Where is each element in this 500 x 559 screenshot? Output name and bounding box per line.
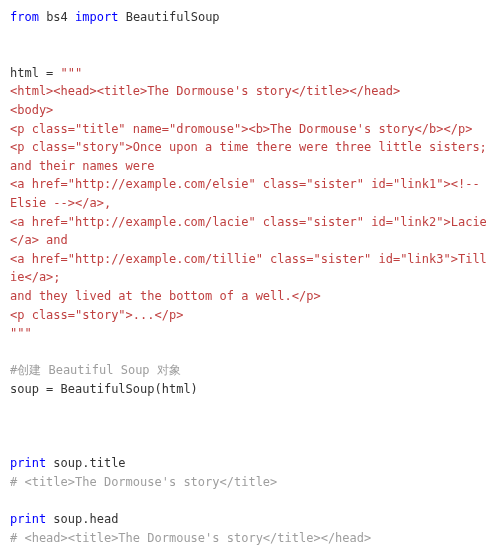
var-html: html = bbox=[10, 66, 61, 80]
class-name: BeautifulSoup bbox=[126, 10, 220, 24]
module-bs4: bs4 bbox=[46, 10, 68, 24]
comment-output: # <title>The Dormouse's story</title> bbox=[10, 475, 277, 489]
str-line: <a href="http://example.com/tillie" clas… bbox=[10, 252, 487, 285]
str-open: """ bbox=[61, 66, 83, 80]
assign-soup: soup = BeautifulSoup(html) bbox=[10, 382, 198, 396]
comment-output: # <head><title>The Dormouse's story</tit… bbox=[10, 531, 371, 545]
expr: soup.title bbox=[46, 456, 125, 470]
str-line: <a href="http://example.com/elsie" class… bbox=[10, 177, 487, 210]
str-line: <a href="http://example.com/lacie" class… bbox=[10, 215, 487, 248]
keyword-from: from bbox=[10, 10, 39, 24]
expr: soup.head bbox=[46, 512, 118, 526]
str-line: <p class="story">Once upon a time there … bbox=[10, 140, 494, 173]
keyword-print: print bbox=[10, 512, 46, 526]
str-line: and they lived at the bottom of a well.<… bbox=[10, 289, 321, 303]
str-line: <html><head><title>The Dormouse's story<… bbox=[10, 84, 400, 98]
keyword-print: print bbox=[10, 456, 46, 470]
str-line: <body> bbox=[10, 103, 53, 117]
comment-create: #创建 Beautiful Soup 对象 bbox=[10, 363, 181, 377]
str-line: <p class="story">...</p> bbox=[10, 308, 183, 322]
str-line: <p class="title" name="dromouse"><b>The … bbox=[10, 122, 472, 136]
str-close: """ bbox=[10, 326, 32, 340]
keyword-import: import bbox=[75, 10, 118, 24]
code-block: from bs4 import BeautifulSoup html = """… bbox=[10, 8, 490, 559]
